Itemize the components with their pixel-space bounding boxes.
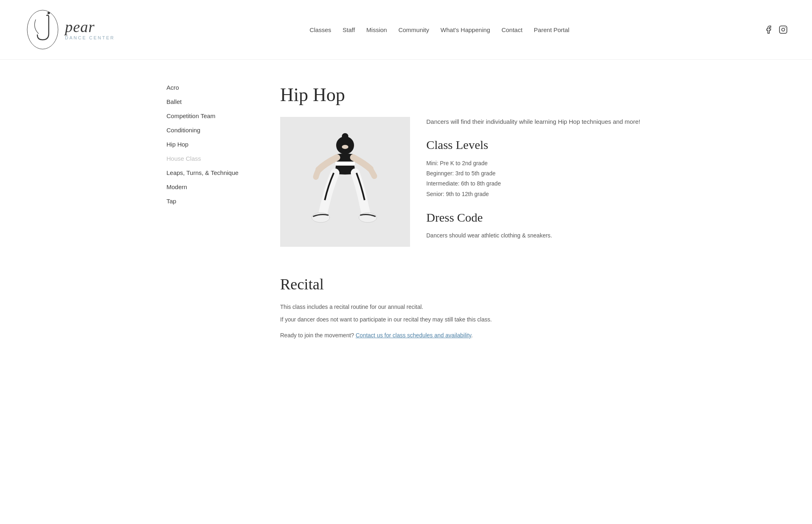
dancer-figure (280, 117, 410, 247)
dress-code-text: Dancers should wear athletic clothing & … (426, 231, 646, 240)
logo-text: pear DANCE CENTER (65, 19, 115, 40)
page-title: Hip Hop (280, 84, 646, 106)
level-beginner: Beginnger: 3rd to 5th grade (426, 168, 646, 179)
sidebar-item-leaps[interactable]: Leaps, Turns, & Technique (166, 169, 256, 176)
sidebar-item-hip-hop[interactable]: Hip Hop (166, 141, 256, 148)
recital-line1: This class includes a recital routine fo… (280, 302, 646, 312)
nav-community[interactable]: Community (398, 26, 429, 33)
main-nav: Classes Staff Mission Community What's H… (309, 26, 569, 33)
social-icons (764, 25, 788, 34)
logo-name: pear (65, 19, 115, 35)
recital-line2: If your dancer does not want to particip… (280, 315, 646, 325)
sidebar-item-tap[interactable]: Tap (166, 198, 256, 205)
level-list: Mini: Pre K to 2nd grade Beginnger: 3rd … (426, 158, 646, 199)
instagram-icon[interactable] (779, 25, 788, 34)
sidebar-item-acro[interactable]: Acro (166, 84, 256, 91)
logo-icon (24, 7, 61, 52)
sidebar: Acro Ballet Competition Team Conditionin… (166, 84, 256, 339)
sidebar-item-conditioning[interactable]: Conditioning (166, 127, 256, 134)
nav-contact[interactable]: Contact (501, 26, 523, 33)
svg-rect-9 (335, 162, 355, 166)
recital-cta-suffix: . (471, 332, 473, 339)
recital-cta: Ready to join the movement? Contact us f… (280, 332, 646, 339)
facebook-icon[interactable] (764, 25, 773, 34)
svg-point-0 (27, 10, 58, 49)
nav-mission[interactable]: Mission (366, 26, 387, 33)
level-senior: Senior: 9th to 12th grade (426, 189, 646, 199)
svg-rect-2 (780, 26, 787, 33)
nav-parent-portal[interactable]: Parent Portal (534, 26, 570, 33)
nav-staff[interactable]: Staff (343, 26, 355, 33)
sidebar-item-house-class[interactable]: House Class (166, 155, 256, 162)
svg-point-4 (785, 27, 786, 28)
sidebar-item-modern[interactable]: Modern (166, 183, 256, 190)
logo[interactable]: pear DANCE CENTER (24, 7, 115, 52)
content-top: Dancers will find their individuality wh… (280, 117, 646, 247)
class-description: Dancers will find their individuality wh… (426, 117, 646, 127)
recital-cta-prefix: Ready to join the movement? (280, 332, 354, 339)
class-info: Dancers will find their individuality wh… (426, 117, 646, 247)
svg-point-8 (342, 145, 348, 149)
recital-contact-link[interactable]: Contact us for class schedules and avail… (356, 332, 471, 339)
logo-subtitle: DANCE CENTER (65, 35, 115, 40)
svg-point-3 (782, 28, 784, 31)
recital-section: Recital This class includes a recital ro… (280, 267, 646, 339)
recital-title: Recital (280, 275, 646, 293)
svg-point-7 (342, 133, 348, 140)
dress-code-title: Dress Code (426, 211, 646, 224)
svg-point-1 (48, 12, 50, 14)
sidebar-item-ballet[interactable]: Ballet (166, 98, 256, 105)
page-content: Acro Ballet Competition Team Conditionin… (142, 84, 670, 339)
nav-classes[interactable]: Classes (309, 26, 331, 33)
dancer-svg (296, 121, 394, 243)
main-content: Hip Hop (280, 84, 646, 339)
sidebar-item-competition-team[interactable]: Competition Team (166, 112, 256, 119)
site-header: pear DANCE CENTER Classes Staff Mission … (0, 0, 812, 60)
nav-whats-happening[interactable]: What's Happening (441, 26, 490, 33)
class-image (280, 117, 410, 247)
level-intermediate: Intermediate: 6th to 8th grade (426, 179, 646, 189)
class-levels-title: Class Levels (426, 138, 646, 152)
level-mini: Mini: Pre K to 2nd grade (426, 158, 646, 168)
